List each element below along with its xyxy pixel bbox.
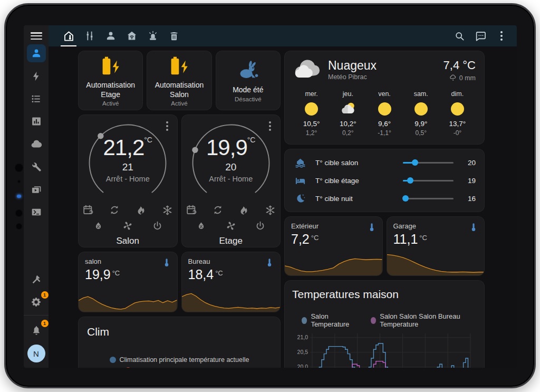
sensor-card-garage[interactable]: Garage 11,1°C	[387, 216, 485, 276]
tab-alarm[interactable]	[144, 25, 161, 46]
tablet-camera-dot-3	[16, 223, 22, 230]
sensor-card-salon[interactable]: salon 19,9°C	[78, 252, 178, 312]
hvac-mode: Arrêt - Home	[85, 175, 170, 183]
automation-state: Activé	[171, 100, 187, 107]
power-icon	[255, 221, 266, 232]
legend-item[interactable]: Salon Temperature	[302, 312, 357, 328]
sidebar-item-terminal[interactable]	[27, 203, 46, 221]
thermostat-card-salon[interactable]: 21,2°C 21 Arrêt - Home	[78, 114, 178, 247]
notifications-badge: 1	[41, 320, 49, 327]
temperatures-chart-card[interactable]: Temperatures maison Salon Temperature Sa…	[284, 280, 485, 368]
sensor-name: Bureau	[188, 257, 274, 265]
sidebar-item-notifications[interactable]: 1	[27, 321, 46, 339]
media-icon	[31, 184, 42, 195]
svg-text:20,0: 20,0	[297, 364, 308, 368]
indoor-sensor-row: salon 19,9°C Bureau 18,4°C	[78, 252, 281, 312]
sidebar-item-developer-tools[interactable]	[27, 270, 46, 288]
tab-network[interactable]	[123, 25, 140, 46]
slider-handle[interactable]	[412, 159, 418, 166]
legend-label: Climatisation principale température act…	[120, 356, 249, 364]
hvac-mode: Arrêt - Home	[188, 175, 274, 183]
sensor-name: Extérieur	[291, 222, 376, 230]
chart-title: Temperatures maison	[292, 288, 477, 301]
calendar-sync-icon	[186, 204, 197, 216]
tab-home[interactable]	[60, 25, 77, 46]
sidebar-item-energy[interactable]	[27, 67, 46, 85]
summer-mode-card[interactable]: Mode été Désactivé	[216, 51, 281, 110]
thermometer-icon	[367, 222, 377, 233]
legend-item[interactable]: Salon Salon Salon Bureau Temperature	[371, 312, 477, 328]
temperature-unit: °C	[144, 136, 152, 144]
sensor-unit: °C	[112, 269, 120, 277]
sidebar-item-settings[interactable]: 1	[27, 293, 46, 311]
sensor-sparkline	[285, 250, 382, 275]
sidebar-item-history[interactable]	[27, 112, 46, 130]
power-button[interactable]	[254, 219, 267, 232]
moon-stars-icon	[294, 193, 306, 204]
user-avatar[interactable]: N	[27, 345, 45, 362]
forecast-day: jeu. 10,2° 0,2°	[330, 90, 366, 137]
chart-bar-icon	[31, 116, 42, 127]
tablet-sensor-dot	[17, 180, 21, 183]
legend-item[interactable]: Climatisation principale chauffage	[125, 367, 234, 368]
fan-mode-button[interactable]	[225, 219, 237, 232]
assist-button[interactable]	[472, 28, 488, 44]
weather-card[interactable]: Nuageux Metéo Pibrac 7,4 °C 0 mm	[284, 51, 485, 145]
sensor-value: 11,1°C	[393, 232, 478, 247]
sidebar: 1 1 N	[24, 25, 49, 368]
thermostat-dial[interactable]: 21,2°C 21 Arrêt - Home	[85, 120, 170, 199]
target-row-etage: T° cible étage 19	[293, 171, 476, 189]
sidebar-item-logbook[interactable]	[27, 90, 46, 108]
automation-row: Automatisation Etage Activé Automatisati…	[78, 51, 281, 110]
house-flood-icon	[294, 157, 306, 169]
tab-trash[interactable]	[166, 25, 182, 46]
siren-icon	[147, 30, 159, 42]
sensor-card-exterieur[interactable]: Extérieur 7,2°C	[284, 216, 383, 276]
target-label: T° cible étage	[315, 177, 359, 185]
thermostat-name: Etage	[219, 236, 243, 246]
search-button[interactable]	[451, 28, 467, 44]
legend-item[interactable]: Climatisation principale température act…	[110, 356, 249, 364]
fire-icon	[238, 205, 249, 216]
temperatures-chart: 21,020,520,0	[292, 333, 476, 368]
temperature-slider[interactable]	[403, 157, 454, 168]
dry-mode-button[interactable]	[195, 219, 208, 232]
sidebar-item-cloud[interactable]	[27, 135, 46, 153]
svg-text:20,5: 20,5	[297, 349, 308, 355]
sidebar-item-supervisor[interactable]	[27, 158, 46, 176]
dry-mode-button[interactable]	[92, 219, 104, 232]
tab-controls[interactable]	[81, 25, 98, 46]
summer-mode-state: Désactivé	[235, 96, 262, 102]
fan-mode-button[interactable]	[121, 219, 134, 232]
sensor-name: salon	[85, 257, 171, 265]
sunny-icon	[414, 102, 428, 116]
clim-chart-card[interactable]: Clim Climatisation principale températur…	[78, 317, 281, 368]
tab-presence[interactable]	[102, 25, 119, 46]
home-thermometer-icon	[63, 30, 75, 42]
sidebar-item-media[interactable]	[27, 180, 46, 198]
temperature-slider[interactable]	[403, 175, 454, 186]
sidebar-menu-button[interactable]	[31, 32, 42, 40]
overflow-menu-button[interactable]	[494, 28, 509, 44]
gear-icon	[31, 297, 42, 308]
slider-handle[interactable]	[402, 195, 409, 202]
person-icon	[105, 30, 117, 42]
weather-station: Metéo Pibrac	[328, 73, 377, 81]
thermostat-dial[interactable]: 19,9°C 20 Arrêt - Home	[188, 120, 274, 199]
slider-handle[interactable]	[407, 177, 413, 184]
forecast-day: sam. 9,9° 0,5°	[403, 90, 439, 137]
dashboard-tabs	[60, 25, 182, 46]
terminal-icon	[31, 207, 42, 217]
home-wifi-icon	[126, 30, 138, 42]
weather-precipitation: 0 mm	[443, 74, 476, 82]
sensor-card-bureau[interactable]: Bureau 18,4°C	[181, 252, 281, 312]
partly-cloudy-icon	[340, 102, 356, 116]
sidebar-item-dashboard[interactable]	[27, 44, 46, 62]
automation-card-etage[interactable]: Automatisation Etage Activé	[78, 51, 143, 110]
legend-dot	[302, 317, 307, 324]
power-button[interactable]	[151, 219, 163, 232]
thermostat-card-etage[interactable]: 19,9°C 20 Arrêt - Home	[181, 114, 281, 247]
automation-card-salon[interactable]: Automatisation Salon Activé	[147, 51, 211, 110]
temperature-slider[interactable]	[403, 193, 454, 204]
bolt-icon	[31, 71, 42, 82]
